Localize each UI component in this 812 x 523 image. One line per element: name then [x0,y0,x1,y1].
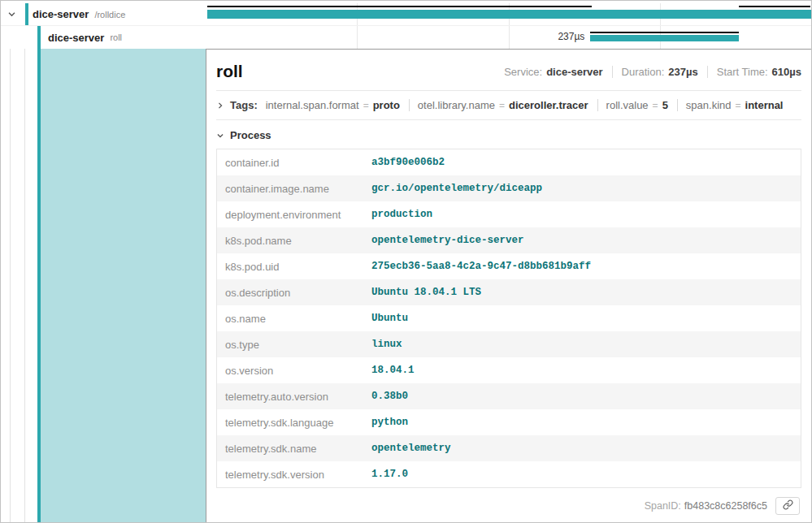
tag-value: 5 [662,99,668,111]
span-name-cell: dice-server /rolldice [25,3,125,25]
process-key: telemetry.sdk.name [217,443,363,455]
stat-value: 610µs [772,66,801,78]
process-value: 0.38b0 [363,391,408,402]
span-bar-roll[interactable] [590,35,739,41]
process-value: production [363,209,432,220]
trace-timeline-rows: dice-server /rolldice dice-server roll [1,1,811,49]
process-value: python [363,417,408,428]
span-bar-rolldice[interactable] [207,10,811,19]
process-value: opentelemetry-dice-server [363,235,524,246]
process-key: k8s.pod.name [217,235,363,247]
span-row-label-roll[interactable]: dice-server roll [1,26,206,49]
span-row-roll: dice-server roll 237µs [1,26,811,49]
stat-label: Start Time: [717,66,768,78]
process-key: os.description [217,287,363,299]
service-name: dice-server [33,8,89,20]
critical-path-segment [590,32,739,33]
table-row: telemetry.sdk.version 1.17.0 [217,461,801,487]
table-row: telemetry.auto.version 0.38b0 [217,383,801,409]
process-key: os.type [217,339,363,351]
deep-link-button[interactable] [775,497,800,515]
tag-key: internal.span.format [266,99,359,111]
tag-item: roll.value = 5 [606,99,678,111]
process-value: gcr.io/opentelemetry/diceapp [363,183,542,194]
tag-equals: = [363,100,369,111]
tags-accordion-toggle[interactable]: Tags: internal.span.format = proto otel.… [216,91,801,120]
process-value: opentelemetry [363,443,451,454]
span-title: roll [216,62,243,81]
stat-divider [707,66,708,78]
indent-guide [24,49,25,522]
table-row: container.image.name gcr.io/opentelemetr… [217,175,801,201]
spanid-value: fb483c8c6258f6c5 [684,500,767,512]
chevron-down-icon [7,10,16,19]
process-value: 1.17.0 [363,469,408,480]
table-row: telemetry.sdk.name opentelemetry [217,435,801,461]
operation-name: /rolldice [94,10,125,19]
span-detail-panel: roll Service: dice-server Duration: 237µ… [206,49,811,522]
span-row-timeline: 237µs [206,26,811,49]
process-value: linux [363,339,402,350]
span-stats: Service: dice-server Duration: 237µs Sta… [504,66,801,78]
tag-equals: = [736,100,741,111]
table-row: k8s.pod.name opentelemetry-dice-server [217,227,801,253]
span-name-cell: dice-server roll [37,26,122,49]
span-row-rolldice: dice-server /rolldice [1,3,811,26]
critical-path-segment [207,6,592,7]
tag-item: internal.span.format = proto [266,99,410,111]
operation-name: roll [110,32,122,42]
span-detail-footer: SpanID: fb483c8c6258f6c5 [216,488,801,522]
process-key: os.name [217,313,363,325]
process-kv-table: container.id a3bf90e006b2 container.imag… [216,149,801,488]
collapse-toggle[interactable] [1,3,25,25]
tag-key: otel.library.name [418,99,495,111]
process-key: telemetry.sdk.language [217,417,363,429]
span-row-label-rolldice[interactable]: dice-server /rolldice [1,3,206,25]
tag-item: otel.library.name = diceroller.tracer [418,99,598,111]
tag-item: span.kind = internal [686,99,792,111]
table-row: k8s.pod.uid 275ecb36-5aa8-4c2a-9c47-d8bb… [217,253,801,279]
span-detail-row: roll Service: dice-server Duration: 237µ… [1,49,811,522]
table-row: os.name Ubuntu [217,305,801,331]
tag-key: span.kind [686,99,732,111]
expanded-row-highlight [37,49,206,522]
process-key: deployment.environment [217,209,363,221]
spanid-label: SpanID: [645,500,681,512]
table-row: container.id a3bf90e006b2 [217,149,801,175]
table-row: telemetry.sdk.language python [217,409,801,435]
tag-equals: = [653,100,658,111]
tag-equals: = [499,100,505,111]
stat-value: 237µs [668,66,697,78]
tag-key: roll.value [606,99,649,111]
span-detail-header: roll Service: dice-server Duration: 237µ… [216,50,801,91]
table-row: os.type linux [217,331,801,357]
table-row: os.description Ubuntu 18.04.1 LTS [217,279,801,305]
process-key: k8s.pod.uid [217,261,363,273]
tags-label: Tags: [230,99,258,111]
process-key: telemetry.sdk.version [217,469,363,481]
process-value: Ubuntu 18.04.1 LTS [363,287,481,298]
process-value: 18.04.1 [363,365,415,376]
process-accordion-toggle[interactable]: Process [216,120,801,149]
service-name: dice-server [48,32,104,44]
process-key: os.version [217,365,363,377]
table-row: deployment.environment production [217,201,801,227]
span-duration-label: 237µs [206,31,584,42]
chevron-right-icon [216,102,224,110]
tag-value: internal [745,99,784,111]
link-icon [783,499,793,513]
stat-value: dice-server [546,66,602,78]
indent-guide [10,49,11,522]
chevron-down-icon [216,132,224,140]
process-key: telemetry.auto.version [217,391,363,403]
tag-value: proto [373,99,400,111]
span-indent-gutter [1,49,206,522]
stat-divider [612,66,613,78]
process-key: container.id [217,157,363,169]
process-value: a3bf90e006b2 [363,157,445,168]
tag-value: diceroller.tracer [509,99,588,111]
process-value: Ubuntu [363,313,408,324]
stat-label: Service: [504,66,542,78]
stat-label: Duration: [622,66,665,78]
process-value: 275ecb36-5aa8-4c2a-9c47-d8bb681b9aff [363,261,591,272]
